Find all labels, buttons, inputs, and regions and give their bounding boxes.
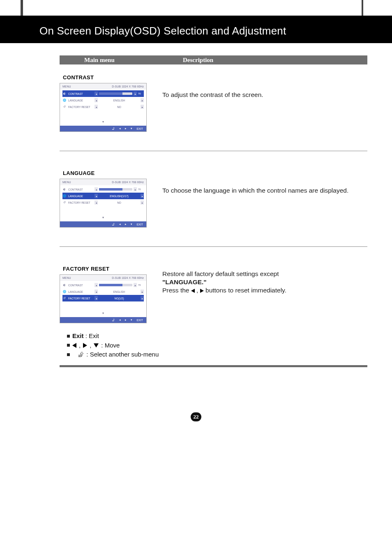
separator [60,246,367,247]
header-main-menu: Main menu [84,57,183,64]
osd-exit-label: EXIT [136,319,143,322]
osd-row-contrast: ◐ CONTRAST ◂▸70 [62,90,144,97]
osd-row-language: 🌐 LANGUAGE ◂ENGLISH▸ [62,288,144,295]
factory-title: FACTORY RESET [63,266,162,272]
osd-menu-label: MENU [62,181,71,184]
contrast-icon: ◐ [62,188,67,191]
left-arrow-icon: ◂ [95,296,98,300]
down-arrow-icon: ▾ [131,127,132,130]
osd-exit-label: EXIT [136,223,143,226]
left-arrow-icon: ◂ [95,105,98,109]
language-description: To choose the language in which the cont… [162,170,367,195]
osd-footer: ⮵◂▸▾EXIT [60,221,146,227]
column-headers: Main menu Description [60,55,367,64]
right-arrow-icon: ▸ [141,105,144,109]
language-title: LANGUAGE [63,170,162,176]
factory-press-pre: Press the [162,287,191,294]
section-factory-reset: FACTORY RESET MENU D-SUB 1024 X 768 60Hz… [60,266,367,323]
right-arrow-icon: ▸ [141,200,144,205]
osd-screenshot-language: MENU D-SUB 1024 X 768 60Hz ◐ CONTRAST ◂▸… [60,179,147,228]
back-icon: ↺ [62,105,67,108]
osd-screenshot-factory: MENU D-SUB 1024 X 768 60Hz ◐ CONTRAST ◂▸… [60,274,147,323]
right-arrow-icon: ▸ [125,127,127,130]
bottom-rule [60,365,367,367]
osd-row-language: 🌐 LANGUAGE ◂ENGLISH▸ [62,97,144,104]
chevron-down-icon: ▾ [62,216,144,220]
osd-menu-label: MENU [62,276,71,279]
legend-exit-bold: Exit [72,332,84,339]
page-title-band: On Screen Display(OSD) Selection and Adj… [0,16,392,43]
page-title: On Screen Display(OSD) Selection and Adj… [39,25,286,37]
globe-icon: 🌐 [62,290,67,293]
left-triangle-icon [191,289,195,293]
right-arrow-icon: ▸ [141,194,144,198]
home-icon: ⮵ [112,319,115,322]
top-crop-marks [0,0,392,16]
legend-submenu: ⮵ : Select another sub-menu [67,350,367,359]
home-icon: ⮵ [112,127,115,130]
osd-row-factory: ↺ FACTORY RESET ◂NO▸ [62,104,144,110]
osd-footer: ⮵◂▸▾EXIT [60,317,146,323]
osd-signal-label: D-SUB 1024 X 768 60Hz [112,85,144,88]
left-arrow-icon: ◂ [95,290,98,294]
left-arrow-icon: ◂ [95,187,98,191]
left-triangle-icon [72,343,76,348]
right-arrow-icon: ▸ [141,98,144,102]
factory-desc-line1: Restore all factory default settings exc… [162,270,279,277]
page-number: 22 [191,412,201,421]
section-contrast: CONTRAST MENU D-SUB 1024 X 768 60Hz ◐ CO… [60,74,367,132]
osd-row-factory: ↺ FACTORY RESET ◂NO▸ [62,199,144,206]
right-triangle-icon [200,289,204,293]
legend-move: , , : Move [67,341,367,350]
legend-move-label: : Move [101,341,120,350]
header-description: Description [183,57,213,64]
back-icon: ↺ [62,297,67,300]
factory-description: Restore all factory default settings exc… [162,266,367,294]
chevron-down-icon: ▾ [62,311,144,315]
left-arrow-icon: ◂ [95,98,98,102]
right-triangle-icon [83,343,87,348]
left-arrow-icon: ◂ [119,223,121,226]
section-language: LANGUAGE MENU D-SUB 1024 X 768 60Hz ◐ CO… [60,170,367,228]
factory-press-post: buttons to reset immediately. [205,287,286,294]
osd-menu-label: MENU [62,85,71,88]
left-arrow-icon: ◂ [95,92,98,96]
separator [60,151,367,151]
right-arrow-icon: ▸ [125,223,127,226]
left-arrow-icon: ◂ [95,200,98,205]
right-arrow-icon: ▸ [125,318,127,322]
legend-submenu-label: : Select another sub-menu [86,350,159,359]
down-triangle-icon [94,343,99,347]
osd-row-contrast: ◐ CONTRAST ◂▸70 [62,282,144,288]
osd-row-contrast: ◐ CONTRAST ◂▸70 [62,186,144,193]
right-arrow-icon: ▸ [134,187,137,191]
osd-signal-label: D-SUB 1024 X 768 60Hz [112,276,144,279]
down-arrow-icon: ▾ [131,223,132,226]
contrast-description: To adjust the contrast of the screen. [162,74,367,99]
bullet-icon [67,353,70,356]
legend-exit-rest: : Exit [84,332,99,339]
osd-row-factory: ↺ FACTORY RESET ◂NO(1/2)▸ [62,295,144,301]
right-arrow-icon: ▸ [141,290,144,294]
bullet-icon [67,344,70,347]
osd-signal-label: D-SUB 1024 X 768 60Hz [112,181,144,184]
back-icon: ↺ [62,201,67,204]
left-arrow-icon: ◂ [119,318,121,322]
right-arrow-icon: ▸ [134,92,137,96]
osd-row-language: 🌐 LANGUAGE ◂ENGLISH(1/17)▸ [62,193,144,199]
contrast-icon: ◐ [62,92,67,95]
right-arrow-icon: ▸ [134,283,137,287]
contrast-title: CONTRAST [63,74,162,81]
contrast-icon: ◐ [62,283,67,287]
osd-exit-label: EXIT [136,127,143,130]
left-arrow-icon: ◂ [95,194,98,198]
factory-desc-bold: "LANGUAGE." [162,278,207,285]
legend-exit: Exit : Exit [67,331,367,341]
osd-screenshot-contrast: MENU D-SUB 1024 X 768 60Hz ◐ CONTRAST ◂▸… [60,83,147,132]
left-arrow-icon: ◂ [95,283,98,287]
home-icon: ⮵ [78,350,84,359]
down-arrow-icon: ▾ [131,318,132,322]
globe-icon: 🌐 [62,99,67,102]
home-icon: ⮵ [112,223,115,226]
left-arrow-icon: ◂ [119,127,121,130]
